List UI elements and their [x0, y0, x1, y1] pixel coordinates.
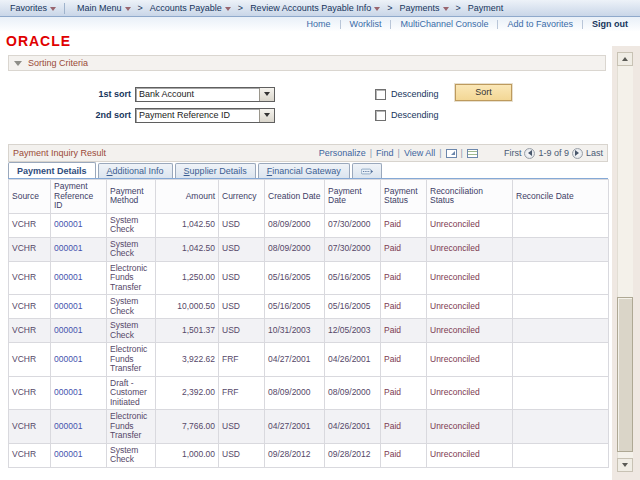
breadcrumb-separator: >	[138, 3, 143, 13]
cell-ref[interactable]: 000001	[51, 443, 107, 467]
cell-ref[interactable]: 000001	[51, 343, 107, 377]
table-row: VCHR000001Draft - Customer Initiated2,39…	[9, 376, 609, 410]
table-row: VCHR000001System Check1,042.50USD08/09/2…	[9, 237, 609, 261]
view-all-link[interactable]: View All	[404, 148, 435, 158]
second-sort-row: 2nd sort Payment Reference ID Descending	[8, 107, 612, 123]
page-content: Sorting Criteria 1st sort Bank Account D…	[0, 55, 612, 468]
cell-source: VCHR	[9, 376, 51, 410]
sort-button[interactable]: Sort	[455, 84, 512, 101]
col-reconcile-date: Reconcile Date	[513, 180, 609, 214]
cell-ref[interactable]: 000001	[51, 261, 107, 295]
payment-reference-link[interactable]: 000001	[54, 449, 82, 459]
show-all-columns-button[interactable]	[352, 163, 382, 178]
tab-additional-info[interactable]: Additional Info	[98, 163, 173, 178]
cell-creation_date: 04/27/2001	[265, 343, 325, 377]
home-link[interactable]: Home	[298, 19, 340, 29]
breadcrumb-accounts-payable[interactable]: Accounts Payable	[146, 3, 235, 13]
cell-recon_date	[513, 410, 609, 444]
cell-ref[interactable]: 000001	[51, 237, 107, 261]
chevron-down-icon	[264, 92, 270, 96]
payment-reference-link[interactable]: 000001	[54, 243, 82, 253]
cell-status: Paid	[381, 376, 427, 410]
cell-payment_date: 04/26/2001	[325, 410, 381, 444]
cell-amount: 3,922.62	[156, 343, 219, 377]
tab-supplier-details[interactable]: Supplier Details	[175, 163, 256, 178]
first-sort-row: 1st sort Bank Account Descending Sort	[8, 86, 612, 102]
breadcrumb-payment-current: Payment	[464, 3, 508, 13]
cell-method: System Check	[107, 237, 156, 261]
tab-financial-gateway[interactable]: Financial Gateway	[258, 163, 350, 178]
breadcrumb: Favorites Main Menu > Accounts Payable >…	[0, 0, 640, 17]
scrollbar-gutter	[612, 46, 640, 480]
second-sort-select[interactable]: Payment Reference ID	[135, 108, 275, 123]
first-page-label[interactable]: First	[504, 148, 522, 158]
payment-reference-link[interactable]: 000001	[54, 301, 82, 311]
cell-recon_status: Unreconciled	[427, 213, 513, 237]
worklist-link[interactable]: Worklist	[341, 19, 391, 29]
favorites-menu[interactable]: Favorites	[6, 3, 60, 13]
chevron-down-icon	[374, 7, 380, 11]
cell-recon_date	[513, 443, 609, 467]
tab-payment-details[interactable]: Payment Details	[8, 162, 96, 178]
collapse-section-icon[interactable]	[14, 61, 22, 66]
zoom-window-icon[interactable]	[446, 149, 457, 158]
breadcrumb-payments[interactable]: Payments	[395, 3, 452, 13]
multichannel-console-link[interactable]: MultiChannel Console	[391, 19, 497, 29]
breadcrumb-review-ap-info[interactable]: Review Accounts Payable Info	[246, 3, 384, 13]
cell-currency: USD	[219, 261, 265, 295]
table-row: VCHR000001Electronic Funds Transfer1,250…	[9, 261, 609, 295]
payment-table-body: VCHR000001System Check1,042.50USD08/09/2…	[9, 213, 609, 467]
cell-currency: FRF	[219, 376, 265, 410]
scrollbar-thumb[interactable]	[617, 297, 633, 452]
cell-recon_date	[513, 295, 609, 319]
download-grid-icon[interactable]	[467, 149, 478, 158]
next-page-button[interactable]	[572, 148, 583, 159]
separator: |	[370, 148, 372, 158]
add-to-favorites-link[interactable]: Add to Favorites	[498, 19, 582, 29]
cell-currency: USD	[219, 295, 265, 319]
cell-amount: 10,000.50	[156, 295, 219, 319]
cell-recon_date	[513, 343, 609, 377]
dropdown-button[interactable]	[259, 109, 274, 122]
first-sort-select[interactable]: Bank Account	[135, 87, 275, 102]
find-link[interactable]: Find	[376, 148, 394, 158]
col-source: Source	[9, 180, 51, 214]
dropdown-button[interactable]	[259, 88, 274, 101]
cell-ref[interactable]: 000001	[51, 376, 107, 410]
cell-currency: USD	[219, 213, 265, 237]
breadcrumb-main-menu[interactable]: Main Menu	[73, 3, 135, 13]
sign-out-link[interactable]: Sign out	[583, 19, 630, 29]
payment-reference-link[interactable]: 000001	[54, 354, 82, 364]
personalize-link[interactable]: Personalize	[319, 148, 366, 158]
descending-checkbox-2[interactable]	[375, 110, 386, 121]
payment-reference-link[interactable]: 000001	[54, 219, 82, 229]
descending-checkbox-1[interactable]	[375, 89, 386, 100]
payment-reference-link[interactable]: 000001	[54, 421, 82, 431]
payment-reference-link[interactable]: 000001	[54, 387, 82, 397]
cell-creation_date: 10/31/2003	[265, 319, 325, 343]
cell-recon_status: Unreconciled	[427, 237, 513, 261]
pager: First 1-9 of 9 Last	[504, 148, 603, 159]
breadcrumb-separator: >	[456, 3, 461, 13]
prev-page-button[interactable]	[524, 148, 535, 159]
chevron-down-icon	[50, 7, 56, 11]
cell-payment_date: 09/28/2012	[325, 443, 381, 467]
cell-amount: 1,000.00	[156, 443, 219, 467]
cell-ref[interactable]: 000001	[51, 295, 107, 319]
cell-creation_date: 09/28/2012	[265, 443, 325, 467]
sorting-criteria-header[interactable]: Sorting Criteria	[8, 55, 606, 71]
vertical-scrollbar[interactable]	[617, 52, 633, 472]
cell-ref[interactable]: 000001	[51, 213, 107, 237]
prev-arrow-icon	[528, 150, 532, 156]
descending-label-1: Descending	[391, 89, 439, 99]
cell-amount: 1,501.37	[156, 319, 219, 343]
col-amount: Amount	[156, 180, 219, 214]
cell-method: System Check	[107, 319, 156, 343]
payment-reference-link[interactable]: 000001	[54, 272, 82, 282]
cell-ref[interactable]: 000001	[51, 410, 107, 444]
scroll-up-button[interactable]	[617, 52, 633, 66]
payment-reference-link[interactable]: 000001	[54, 325, 82, 335]
cell-ref[interactable]: 000001	[51, 319, 107, 343]
last-page-label[interactable]: Last	[586, 148, 603, 158]
scroll-down-button[interactable]	[617, 458, 633, 472]
